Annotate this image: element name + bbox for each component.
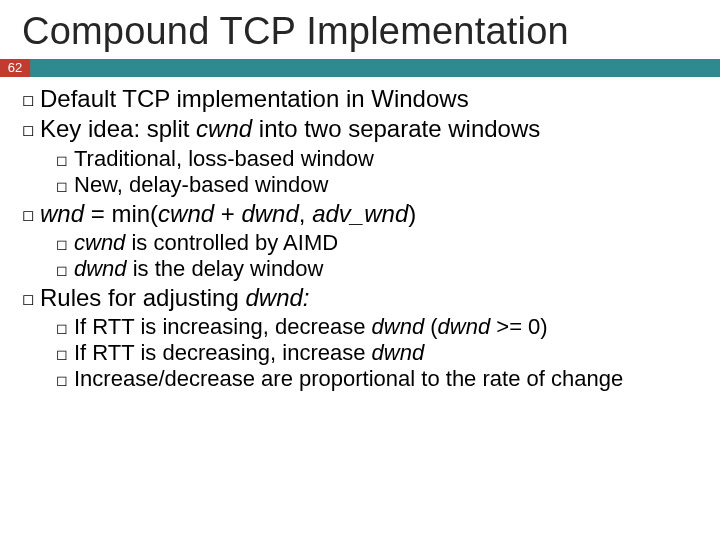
bullet-icon: ◻ bbox=[22, 290, 40, 308]
sub-text: cwnd is controlled by AIMD bbox=[74, 230, 338, 255]
slide-body: ◻Default TCP implementation in Windows ◻… bbox=[0, 77, 720, 392]
bullet-2-sub-1: ◻Traditional, loss-based window bbox=[56, 146, 698, 172]
bullet-4-sub-2: ◻If RTT is decreasing, increase dwnd bbox=[56, 340, 698, 366]
stripe-bar bbox=[30, 59, 720, 77]
bullet-4-sub-1: ◻If RTT is increasing, decrease dwnd (dw… bbox=[56, 314, 698, 340]
square-icon: ◻ bbox=[56, 236, 74, 253]
square-icon: ◻ bbox=[56, 372, 74, 389]
bullet-3-sub-2: ◻dwnd is the delay window bbox=[56, 256, 698, 282]
bullet-4: ◻Rules for adjusting dwnd: bbox=[22, 284, 698, 312]
square-icon: ◻ bbox=[56, 152, 74, 169]
sub-text: New, delay-based window bbox=[74, 172, 328, 197]
bullet-3-sub-1: ◻cwnd is controlled by AIMD bbox=[56, 230, 698, 256]
bullet-3: ◻wnd = min(cwnd + dwnd, adv_wnd) bbox=[22, 200, 698, 228]
sub-text: If RTT is increasing, decrease dwnd (dwn… bbox=[74, 314, 548, 339]
sub-text: dwnd is the delay window bbox=[74, 256, 323, 281]
square-icon: ◻ bbox=[56, 320, 74, 337]
sub-text: Traditional, loss-based window bbox=[74, 146, 374, 171]
bullet-2-sub-2: ◻New, delay-based window bbox=[56, 172, 698, 198]
bullet-icon: ◻ bbox=[22, 121, 40, 139]
slide: Compound TCP Implementation 62 ◻Default … bbox=[0, 0, 720, 540]
title-stripe: 62 bbox=[0, 59, 720, 77]
bullet-2: ◻Key idea: split cwnd into two separate … bbox=[22, 115, 698, 143]
square-icon: ◻ bbox=[56, 262, 74, 279]
square-icon: ◻ bbox=[56, 346, 74, 363]
bullet-text: Default TCP implementation in Windows bbox=[40, 85, 469, 112]
bullet-1: ◻Default TCP implementation in Windows bbox=[22, 85, 698, 113]
slide-number: 62 bbox=[0, 59, 30, 77]
bullet-icon: ◻ bbox=[22, 91, 40, 109]
bullet-4-sub-3: ◻Increase/decrease are proportional to t… bbox=[56, 366, 698, 392]
sub-text: If RTT is decreasing, increase dwnd bbox=[74, 340, 424, 365]
square-icon: ◻ bbox=[56, 178, 74, 195]
bullet-text: Rules for adjusting dwnd: bbox=[40, 284, 310, 311]
bullet-text: Key idea: split cwnd into two separate w… bbox=[40, 115, 540, 142]
bullet-text: wnd = min(cwnd + dwnd, adv_wnd) bbox=[40, 200, 416, 227]
sub-text: Increase/decrease are proportional to th… bbox=[74, 366, 623, 391]
slide-title: Compound TCP Implementation bbox=[0, 0, 720, 59]
bullet-icon: ◻ bbox=[22, 206, 40, 224]
